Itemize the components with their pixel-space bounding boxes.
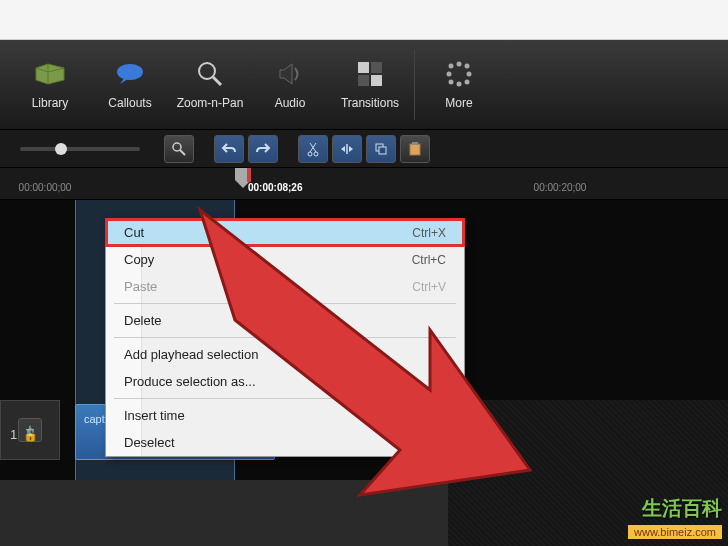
audio-label: Audio (275, 96, 306, 110)
svg-point-17 (308, 152, 312, 156)
context-menu: Cut Ctrl+X Copy Ctrl+C Paste Ctrl+V Dele… (105, 218, 465, 457)
paste-button[interactable] (400, 135, 430, 163)
menu-produce[interactable]: Produce selection as... (106, 368, 464, 395)
transitions-button[interactable]: Transitions (330, 45, 410, 125)
track-number: 1 (10, 427, 17, 442)
cut-button[interactable] (298, 135, 328, 163)
callouts-label: Callouts (108, 96, 151, 110)
slider-thumb[interactable] (55, 143, 67, 155)
menu-separator (114, 337, 456, 338)
zoom-label: Zoom-n-Pan (177, 96, 244, 110)
copy-button[interactable] (366, 135, 396, 163)
lock-icon[interactable]: 🔓 (23, 428, 38, 442)
svg-rect-25 (412, 142, 418, 145)
watermark: 生活百科 www.bimeiz.com (628, 495, 722, 540)
menu-paste-label: Paste (124, 279, 157, 294)
more-icon (443, 58, 475, 90)
svg-point-7 (449, 64, 454, 69)
svg-point-11 (465, 80, 470, 85)
more-label: More (445, 96, 472, 110)
menu-insert-time-label: Insert time (124, 408, 185, 423)
toolbar-separator (414, 50, 415, 120)
menu-paste-shortcut: Ctrl+V (412, 280, 446, 294)
menu-separator (114, 398, 456, 399)
time-label-20: 00:00:20;00 (534, 182, 587, 193)
svg-point-13 (449, 80, 454, 85)
search-zoom-button[interactable] (164, 135, 194, 163)
svg-rect-26 (247, 168, 251, 182)
watermark-text: 生活百科 (628, 495, 722, 522)
svg-point-12 (457, 82, 462, 87)
menu-delete-label: Delete (124, 313, 162, 328)
zoom-icon (194, 58, 226, 90)
menu-delete[interactable]: Delete (106, 307, 464, 334)
svg-point-1 (199, 63, 215, 79)
svg-rect-3 (358, 62, 369, 73)
menu-produce-label: Produce selection as... (124, 374, 256, 389)
svg-rect-24 (410, 144, 420, 155)
watermark-url: www.bimeiz.com (628, 525, 722, 539)
menu-copy[interactable]: Copy Ctrl+C (106, 246, 464, 273)
svg-point-10 (467, 72, 472, 77)
svg-rect-23 (379, 147, 386, 154)
menu-separator (114, 303, 456, 304)
svg-line-2 (213, 77, 221, 85)
callouts-icon (114, 58, 146, 90)
menu-copy-shortcut: Ctrl+C (412, 253, 446, 267)
main-toolbar: Library Callouts Zoom-n-Pan Audio Transi… (0, 40, 728, 130)
callouts-button[interactable]: Callouts (90, 45, 170, 125)
time-label-start: 00:00:00;00 (19, 182, 72, 193)
split-button[interactable] (332, 135, 362, 163)
svg-rect-5 (358, 75, 369, 86)
menu-add-playhead-label: Add playhead selection (124, 347, 258, 362)
svg-point-14 (447, 72, 452, 77)
current-time-label: 00:00:08;26 (248, 182, 302, 193)
menu-cut[interactable]: Cut Ctrl+X (105, 218, 465, 247)
menu-copy-label: Copy (124, 252, 154, 267)
redo-button[interactable] (248, 135, 278, 163)
more-button[interactable]: More (419, 45, 499, 125)
menu-insert-time[interactable]: Insert time (106, 402, 464, 429)
menu-cut-shortcut: Ctrl+X (412, 226, 446, 240)
menu-deselect[interactable]: Deselect (106, 429, 464, 456)
menu-add-playhead[interactable]: Add playhead selection (106, 341, 464, 368)
menu-deselect-label: Deselect (124, 435, 175, 450)
svg-rect-6 (371, 75, 382, 86)
menu-cut-label: Cut (124, 225, 144, 240)
svg-line-16 (180, 150, 185, 155)
svg-point-15 (173, 143, 181, 151)
library-button[interactable]: Library (10, 45, 90, 125)
svg-point-8 (457, 62, 462, 67)
zoom-slider[interactable] (20, 147, 140, 151)
svg-point-0 (117, 64, 143, 80)
library-label: Library (32, 96, 69, 110)
timeline-toolbar (0, 130, 728, 168)
zoom-button[interactable]: Zoom-n-Pan (170, 45, 250, 125)
svg-rect-4 (371, 62, 382, 73)
audio-button[interactable]: Audio (250, 45, 330, 125)
library-icon (34, 58, 66, 90)
undo-button[interactable] (214, 135, 244, 163)
window-titlebar (0, 0, 728, 40)
timeline-ruler[interactable]: 00:00:00;00 00:00:08;26 00:00:20;00 (0, 168, 728, 200)
transitions-icon (354, 58, 386, 90)
playhead[interactable] (235, 168, 251, 188)
menu-paste: Paste Ctrl+V (106, 273, 464, 300)
svg-point-18 (314, 152, 318, 156)
audio-icon (274, 58, 306, 90)
svg-point-9 (465, 64, 470, 69)
transitions-label: Transitions (341, 96, 399, 110)
